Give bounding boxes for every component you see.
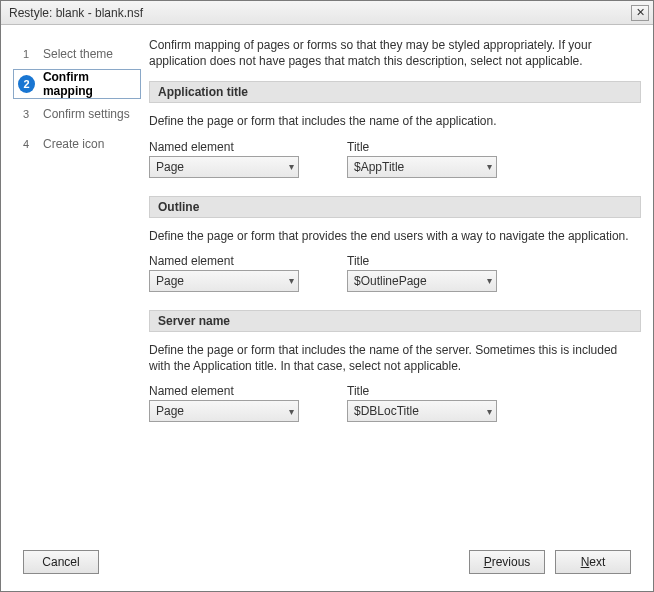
next-button[interactable]: Next bbox=[555, 550, 631, 574]
chevron-down-icon: ▾ bbox=[289, 161, 294, 172]
section-row-application-title: Named element Page ▾ Title $AppTitle ▾ bbox=[149, 140, 641, 178]
button-label: Next bbox=[581, 555, 606, 569]
footer-right-group: Previous Next bbox=[469, 550, 631, 574]
dialog-window: Restyle: blank - blank.nsf ✕ 1 Select th… bbox=[0, 0, 654, 592]
combo-named-element-app-title[interactable]: Page ▾ bbox=[149, 156, 299, 178]
chevron-down-icon: ▾ bbox=[289, 406, 294, 417]
section-heading-outline: Outline bbox=[149, 196, 641, 218]
wizard-steps: 1 Select theme 2 Confirm mapping 3 Confi… bbox=[13, 35, 141, 537]
combo-named-element-outline[interactable]: Page ▾ bbox=[149, 270, 299, 292]
combo-value: Page bbox=[156, 404, 184, 418]
label-title: Title bbox=[347, 254, 497, 268]
combo-named-element-server-name[interactable]: Page ▾ bbox=[149, 400, 299, 422]
section-heading-server-name: Server name bbox=[149, 310, 641, 332]
close-icon: ✕ bbox=[636, 6, 645, 19]
combo-value: $OutlinePage bbox=[354, 274, 427, 288]
button-label: Previous bbox=[484, 555, 531, 569]
step-number: 1 bbox=[17, 45, 35, 63]
combo-value: $AppTitle bbox=[354, 160, 404, 174]
field-named-element: Named element Page ▾ bbox=[149, 384, 299, 422]
chevron-down-icon: ▾ bbox=[487, 406, 492, 417]
section-desc-server-name: Define the page or form that includes th… bbox=[149, 340, 641, 376]
field-title: Title $AppTitle ▾ bbox=[347, 140, 497, 178]
chevron-down-icon: ▾ bbox=[289, 275, 294, 286]
step-number: 3 bbox=[17, 105, 35, 123]
step-create-icon[interactable]: 4 Create icon bbox=[13, 129, 141, 159]
combo-title-app-title[interactable]: $AppTitle ▾ bbox=[347, 156, 497, 178]
section-desc-application-title: Define the page or form that includes th… bbox=[149, 111, 641, 131]
label-title: Title bbox=[347, 384, 497, 398]
previous-button[interactable]: Previous bbox=[469, 550, 545, 574]
label-title: Title bbox=[347, 140, 497, 154]
label-named-element: Named element bbox=[149, 140, 299, 154]
content-panel: Confirm mapping of pages or forms so tha… bbox=[149, 35, 641, 537]
step-confirm-mapping[interactable]: 2 Confirm mapping bbox=[13, 69, 141, 99]
field-title: Title $DBLocTitle ▾ bbox=[347, 384, 497, 422]
dialog-footer: Cancel Previous Next bbox=[1, 543, 653, 591]
step-confirm-settings[interactable]: 3 Confirm settings bbox=[13, 99, 141, 129]
step-label: Confirm mapping bbox=[43, 70, 136, 98]
section-heading-application-title: Application title bbox=[149, 81, 641, 103]
button-label: Cancel bbox=[42, 555, 79, 569]
combo-value: Page bbox=[156, 160, 184, 174]
label-named-element: Named element bbox=[149, 384, 299, 398]
field-named-element: Named element Page ▾ bbox=[149, 140, 299, 178]
step-select-theme[interactable]: 1 Select theme bbox=[13, 39, 141, 69]
step-label: Create icon bbox=[43, 137, 104, 151]
step-label: Select theme bbox=[43, 47, 113, 61]
section-row-server-name: Named element Page ▾ Title $DBLocTitle ▾ bbox=[149, 384, 641, 422]
combo-value: Page bbox=[156, 274, 184, 288]
cancel-button[interactable]: Cancel bbox=[23, 550, 99, 574]
label-named-element: Named element bbox=[149, 254, 299, 268]
window-title: Restyle: blank - blank.nsf bbox=[9, 6, 143, 20]
titlebar: Restyle: blank - blank.nsf ✕ bbox=[1, 1, 653, 25]
combo-title-server-name[interactable]: $DBLocTitle ▾ bbox=[347, 400, 497, 422]
step-number: 2 bbox=[18, 75, 35, 93]
chevron-down-icon: ▾ bbox=[487, 275, 492, 286]
intro-text: Confirm mapping of pages or forms so tha… bbox=[149, 37, 641, 69]
section-desc-outline: Define the page or form that provides th… bbox=[149, 226, 641, 246]
step-label: Confirm settings bbox=[43, 107, 130, 121]
step-number: 4 bbox=[17, 135, 35, 153]
field-named-element: Named element Page ▾ bbox=[149, 254, 299, 292]
close-button[interactable]: ✕ bbox=[631, 5, 649, 21]
chevron-down-icon: ▾ bbox=[487, 161, 492, 172]
combo-value: $DBLocTitle bbox=[354, 404, 419, 418]
section-row-outline: Named element Page ▾ Title $OutlinePage … bbox=[149, 254, 641, 292]
dialog-body: 1 Select theme 2 Confirm mapping 3 Confi… bbox=[1, 25, 653, 543]
combo-title-outline[interactable]: $OutlinePage ▾ bbox=[347, 270, 497, 292]
field-title: Title $OutlinePage ▾ bbox=[347, 254, 497, 292]
